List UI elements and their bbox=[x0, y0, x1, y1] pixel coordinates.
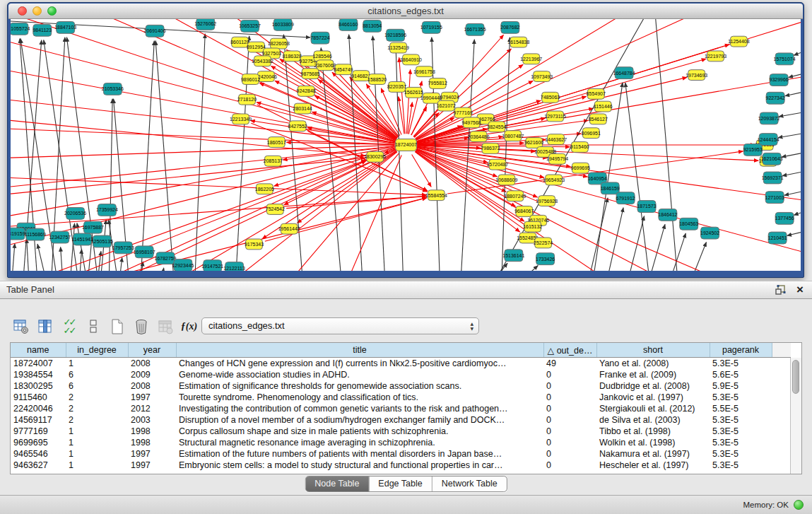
network-node[interactable]: 12219793 bbox=[705, 51, 726, 62]
tab-node-table[interactable]: Node Table bbox=[305, 477, 368, 491]
table-row[interactable]: 946554611997Estimation of the future num… bbox=[11, 448, 791, 460]
select-columns-icon[interactable] bbox=[35, 317, 54, 337]
network-node[interactable]: 1846159 bbox=[601, 182, 620, 194]
network-node[interactable]: 16154838 bbox=[507, 37, 529, 47]
network-node[interactable]: 18300295 bbox=[364, 151, 386, 162]
network-node[interactable]: 8554907 bbox=[587, 88, 606, 99]
network-node[interactable]: 1733426 bbox=[536, 253, 555, 265]
network-node[interactable]: 18807249 bbox=[504, 191, 526, 201]
network-node[interactable]: 9319159 bbox=[11, 228, 25, 240]
network-node[interactable]: 12923445 bbox=[172, 259, 194, 271]
network-node[interactable]: 12122113 bbox=[223, 262, 245, 271]
network-node[interactable]: 12093872 bbox=[758, 112, 780, 124]
table-row[interactable]: 977716911998Corpus callosum shape and si… bbox=[11, 426, 791, 437]
column-header-pagerank[interactable]: pagerank bbox=[710, 343, 772, 358]
network-node[interactable]: 7857224 bbox=[310, 32, 329, 44]
network-node[interactable]: 1862205 bbox=[255, 184, 274, 194]
network-node[interactable]: 12973115 bbox=[544, 111, 566, 122]
memory-ok-icon[interactable] bbox=[794, 500, 804, 510]
network-node[interactable]: 12213349 bbox=[230, 114, 252, 124]
network-node[interactable]: 21053346 bbox=[102, 83, 124, 95]
network-node[interactable]: 17957253 bbox=[112, 242, 134, 254]
network-node[interactable]: 10807487 bbox=[502, 131, 524, 141]
network-node[interactable]: 9227342 bbox=[766, 92, 785, 104]
network-node[interactable]: 1860517 bbox=[267, 137, 286, 148]
network-node[interactable]: 1615132 bbox=[523, 221, 542, 232]
network-node[interactable]: 9841123 bbox=[33, 24, 52, 36]
network-node[interactable]: 3824554 bbox=[487, 122, 506, 132]
network-node[interactable]: 9175343 bbox=[245, 239, 264, 250]
column-header-title[interactable]: title bbox=[176, 343, 543, 358]
network-node[interactable]: 17359924 bbox=[96, 204, 118, 216]
network-node[interactable]: 1621072 bbox=[437, 100, 456, 111]
network-node[interactable]: 1846412 bbox=[658, 209, 677, 221]
network-node[interactable]: 7986372 bbox=[481, 144, 500, 154]
tab-network-table[interactable]: Network Table bbox=[432, 477, 507, 491]
network-node[interactable]: 15692371 bbox=[762, 172, 784, 184]
tab-edge-table[interactable]: Edge Table bbox=[368, 477, 431, 491]
network-node[interactable]: 9242848 bbox=[297, 86, 316, 96]
network-node[interactable]: 10973493 bbox=[531, 71, 553, 82]
column-header-out_de[interactable]: △ out_de… bbox=[543, 343, 596, 358]
network-node[interactable]: 1804563 bbox=[679, 218, 698, 230]
window-titlebar[interactable]: citations_edges.txt bbox=[8, 4, 803, 19]
select-rows-icon[interactable]: ✓✓✓✓ bbox=[59, 317, 78, 337]
network-node[interactable]: 2087682 bbox=[500, 21, 519, 33]
network-node[interactable]: 9115460 bbox=[570, 142, 589, 153]
network-node[interactable]: 19734693 bbox=[686, 70, 707, 81]
zoom-window-icon[interactable] bbox=[47, 6, 57, 16]
network-node[interactable]: 9329966 bbox=[770, 74, 789, 86]
network-node[interactable]: 15720487 bbox=[486, 159, 508, 170]
column-header-year[interactable]: year bbox=[128, 343, 176, 358]
network-node[interactable]: 20206536 bbox=[64, 208, 86, 220]
network-node[interactable]: 8096951 bbox=[582, 128, 601, 139]
network-node[interactable]: 12444154 bbox=[758, 134, 779, 146]
table-selector-dropdown[interactable]: citations_edges.txt ▲▼ bbox=[201, 317, 479, 334]
network-node[interactable]: 9699695 bbox=[571, 163, 590, 173]
close-window-icon[interactable] bbox=[18, 6, 27, 16]
network-node[interactable]: 15751074 bbox=[774, 53, 796, 65]
network-node[interactable]: 9875685 bbox=[301, 69, 320, 79]
network-node[interactable]: 18226058 bbox=[268, 38, 290, 49]
network-node[interactable]: 9497568 bbox=[462, 117, 481, 128]
network-node[interactable]: 1924502 bbox=[700, 227, 719, 239]
merge-rows-icon[interactable] bbox=[83, 317, 102, 337]
network-node[interactable]: 15276062 bbox=[194, 19, 216, 30]
network-node[interactable]: 20691406 bbox=[144, 25, 166, 37]
network-node[interactable]: 19654923 bbox=[543, 175, 565, 185]
network-node[interactable]: 2522574 bbox=[534, 238, 553, 248]
network-node[interactable]: 11254408 bbox=[728, 36, 750, 47]
network-node[interactable]: 1871573 bbox=[637, 201, 656, 213]
table-row[interactable]: 1830029562008Estimation of significance … bbox=[11, 380, 791, 392]
table-row[interactable]: 911546021997Tourette syndrome. Phenomeno… bbox=[11, 392, 791, 403]
network-canvas[interactable]: 1872400786011288912954182260589327503105… bbox=[11, 19, 801, 271]
network-node[interactable]: 1377456 bbox=[775, 212, 794, 224]
network-node[interactable]: 7955812 bbox=[428, 78, 447, 89]
network-node[interactable]: 19147521 bbox=[201, 260, 223, 271]
network-node[interactable]: 16961758 bbox=[413, 66, 435, 77]
network-node[interactable]: 16671355 bbox=[464, 23, 486, 35]
network-node[interactable]: 19756928 bbox=[536, 196, 558, 206]
vertical-scrollbar[interactable] bbox=[790, 358, 801, 474]
scrollbar-thumb[interactable] bbox=[792, 360, 799, 394]
column-header-in_degree[interactable]: in_degree bbox=[66, 343, 128, 358]
column-header-short[interactable]: short bbox=[596, 343, 710, 358]
network-node[interactable]: 2085137 bbox=[264, 156, 283, 166]
float-window-icon[interactable] bbox=[774, 284, 787, 296]
column-header-name[interactable]: name bbox=[11, 343, 66, 358]
network-node[interactable]: 1210451 bbox=[768, 232, 787, 244]
network-node[interactable]: 7524542 bbox=[266, 204, 285, 215]
network-window[interactable]: citations_edges.txt 18724007860112889129… bbox=[7, 2, 804, 278]
network-node[interactable]: 11325419 bbox=[387, 42, 409, 53]
network-node[interactable]: 1271003 bbox=[765, 192, 784, 204]
network-node[interactable]: 10653257 bbox=[239, 20, 261, 32]
network-node[interactable]: 16975887 bbox=[82, 221, 104, 233]
table-row[interactable]: 1872400712008Changes of HCN gene express… bbox=[11, 358, 791, 370]
network-node[interactable]: 6791912 bbox=[616, 192, 635, 204]
network-node[interactable]: 8813054 bbox=[363, 20, 382, 32]
network-node[interactable]: 12213967 bbox=[520, 54, 542, 64]
network-node[interactable]: 9215953 bbox=[743, 144, 763, 156]
network-node[interactable]: 7485063 bbox=[541, 92, 560, 103]
network-node[interactable]: 18724007 bbox=[395, 139, 417, 151]
network-node[interactable]: 2718120 bbox=[237, 94, 257, 105]
